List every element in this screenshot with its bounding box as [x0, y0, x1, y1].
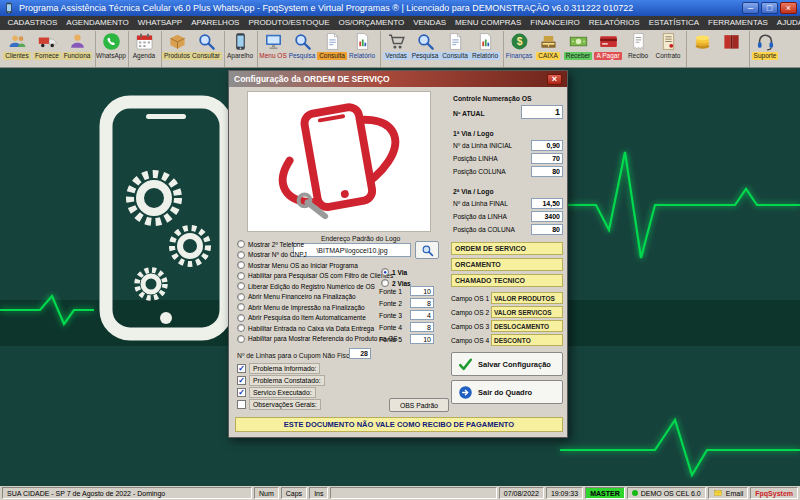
toolbar-button-icon	[446, 32, 465, 51]
exit-label: Sair do Quadro	[478, 388, 532, 397]
logo-art	[248, 92, 430, 231]
via-radio[interactable]: ● 1 Via	[381, 268, 411, 276]
toolbar-button[interactable]: Vendas	[380, 31, 410, 67]
fonte-input[interactable]: 4	[410, 310, 434, 320]
os-config-option[interactable]: Mostrar Nº do CNPJ	[237, 251, 398, 259]
toolbar-button-label: Pesquisa	[287, 52, 318, 60]
toolbar-button[interactable]: Aparelho	[224, 31, 254, 67]
numero-atual-input[interactable]: 1	[521, 105, 563, 119]
dialog-close-button[interactable]: ×	[547, 74, 562, 85]
dialog-titlebar[interactable]: Configuração da ORDEM DE SERVIÇO ×	[229, 71, 567, 87]
obs-padrao-button[interactable]: OBS Padrão	[389, 398, 449, 412]
status-caps-lock: Caps	[281, 487, 307, 499]
toolbar-button[interactable]: Relatório	[470, 31, 500, 67]
menu-item[interactable]: OS/ORÇAMENTO	[334, 16, 409, 30]
menu-item[interactable]: PRODUTO/ESTOQUE	[244, 16, 334, 30]
doc-title-input[interactable]: CHAMADO TECNICO	[451, 274, 563, 287]
toolbar-button-label: Produtos	[162, 52, 192, 60]
window-controls: – □ ×	[742, 2, 797, 14]
toolbar-button[interactable]: Produtos	[161, 31, 191, 67]
campo-input[interactable]: VALOR SERVICOS	[491, 306, 563, 318]
config-field-row: Posição LINHA 70	[453, 153, 563, 164]
minimize-button[interactable]: –	[742, 2, 759, 14]
toolbar-button[interactable]: A Pagar	[593, 31, 623, 67]
menu-item[interactable]: VENDAS	[409, 16, 451, 30]
config-input[interactable]: 3400	[531, 211, 563, 222]
os-config-option[interactable]: Habilitar para Mostrar Referencia do Pro…	[237, 335, 398, 343]
toolbar-button-label: Relatório	[347, 52, 377, 60]
cupom-input[interactable]: 28	[349, 348, 371, 359]
menu-item[interactable]: AJUDA	[772, 16, 800, 30]
toolbar-button[interactable]: Clientes	[2, 31, 32, 67]
toolbar-button[interactable]: Menu OS	[257, 31, 287, 67]
toolbar-button[interactable]: Agenda	[128, 31, 158, 67]
toolbar-button[interactable]: Suporte	[749, 31, 779, 67]
toolbar-button[interactable]: Contrato	[653, 31, 683, 67]
dialog-body: Endereço Padrão do Logo \BITMAP\logocel1…	[229, 87, 567, 439]
toolbar-button[interactable]: Consultar	[191, 31, 221, 67]
os-config-checkbox[interactable]: Observações Gerais:	[237, 400, 325, 409]
config-input[interactable]: 0,90	[531, 140, 563, 151]
config-input[interactable]: 70	[531, 153, 563, 164]
checkbox-label: Problema Informado:	[249, 363, 320, 374]
save-config-button[interactable]: Salvar Configuração	[451, 352, 563, 376]
os-config-option[interactable]: Habilitar Entrada no Caixa via Data Entr…	[237, 324, 398, 332]
fonte-input[interactable]: 8	[410, 322, 434, 332]
fonte-input[interactable]: 10	[410, 334, 434, 344]
toolbar-button[interactable]: $ Finanças	[503, 31, 533, 67]
config-input[interactable]: 14,50	[531, 198, 563, 209]
toolbar-button[interactable]: Pesquisa	[410, 31, 440, 67]
campo-input[interactable]: VALOR PRODUTOS	[491, 292, 563, 304]
option-label: Abrir Menu de Impressão na Finalização	[248, 304, 365, 311]
menu-item[interactable]: MENU COMPRAS	[451, 16, 526, 30]
menu-item[interactable]: APARELHOS	[187, 16, 244, 30]
toolbar-button-label: Pesquisa	[410, 52, 441, 60]
os-config-option[interactable]: Abrir Menu de Impressão na Finalização	[237, 303, 398, 311]
toolbar-button[interactable]: Consulta	[440, 31, 470, 67]
os-config-checkbox[interactable]: ✓ Servico Executado:	[237, 388, 325, 397]
maximize-button[interactable]: □	[761, 2, 778, 14]
toolbar-button[interactable]: Receber	[563, 31, 593, 67]
os-config-option[interactable]: Abrir Pesquisa do Item Automaticamente	[237, 314, 398, 322]
menu-item[interactable]: FINANCEIRO	[526, 16, 584, 30]
field-label: Nº da Linha FINAL	[453, 200, 508, 207]
menu-item[interactable]: WHATSAPP	[133, 16, 186, 30]
toolbar-button[interactable]	[686, 31, 716, 67]
toolbar-button[interactable]: Pesquisa	[287, 31, 317, 67]
fonte-input[interactable]: 8	[410, 298, 434, 308]
campo-input[interactable]: DESLOCAMENTO	[491, 320, 563, 332]
fonte-input[interactable]: 10	[410, 286, 434, 296]
os-config-checkbox[interactable]: ✓ Problema Informado:	[237, 364, 325, 373]
config-input[interactable]: 80	[531, 224, 563, 235]
toolbar-button[interactable]: Consulta	[317, 31, 347, 67]
logo-search-button[interactable]	[415, 241, 439, 259]
doc-title-input[interactable]: ORDEM DE SERVICO	[451, 242, 563, 255]
campo-input[interactable]: DESCONTO	[491, 334, 563, 346]
toolbar-button[interactable]: Recibo	[623, 31, 653, 67]
menu-item[interactable]: CADASTROS	[3, 16, 62, 30]
menu-item[interactable]: FERRAMENTAS	[704, 16, 773, 30]
menu-item[interactable]: AGENDAMENTO	[62, 16, 134, 30]
menu-item[interactable]: ESTATÍSTICA	[644, 16, 703, 30]
toolbar-button[interactable]: Funciona	[62, 31, 92, 67]
toolbar-button[interactable]: Fornece	[32, 31, 62, 67]
toolbar-button[interactable]: CAIXA	[533, 31, 563, 67]
os-config-option[interactable]: Habilitar para Pesquisar OS com Filtro d…	[237, 272, 398, 280]
os-config-option[interactable]: Abrir Menu Financeiro na Finalização	[237, 293, 398, 301]
config-field-row: Nº da Linha INICIAL 0,90	[453, 140, 563, 151]
doc-title-input[interactable]: ORCAMENTO	[451, 258, 563, 271]
toolbar-button[interactable]: WhatsApp	[95, 31, 125, 67]
toolbar-button[interactable]	[716, 31, 746, 67]
toolbar-button[interactable]: Relatório	[347, 31, 377, 67]
status-email-button[interactable]: Email	[708, 487, 749, 499]
toolbar-button-icon	[38, 32, 57, 51]
close-button[interactable]: ×	[780, 2, 797, 14]
config-input[interactable]: 80	[531, 166, 563, 177]
exit-button[interactable]: Sair do Quadro	[451, 380, 563, 404]
os-config-checkbox[interactable]: ✓ Problema Constatado:	[237, 376, 325, 385]
toolbar-button-icon	[231, 32, 250, 51]
menu-item[interactable]: RELATÓRIOS	[584, 16, 644, 30]
os-config-option[interactable]: Mostrar 2º Telefone	[237, 240, 398, 248]
os-config-option[interactable]: Liberar Edição do Registro Numérico de O…	[237, 282, 398, 290]
os-config-option[interactable]: Mostrar Menu OS ao Iniciar Programa	[237, 261, 398, 269]
